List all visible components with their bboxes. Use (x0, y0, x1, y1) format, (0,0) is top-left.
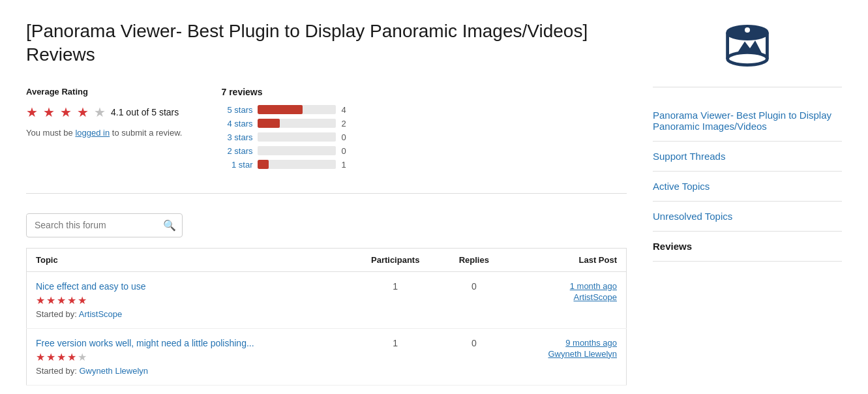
stars-row: ★ ★ ★ ★ ★ 4.1 out of 5 stars (26, 104, 182, 120)
sidebar-link-support[interactable]: Support Threads (653, 142, 842, 171)
bar-row-4: 4 stars 2 (221, 119, 352, 129)
started-by-link-2[interactable]: Gwyneth Llewelyn (80, 366, 149, 376)
star-3: ★ (60, 104, 72, 120)
topic-link-1[interactable]: Nice effect and easy to use (36, 281, 340, 292)
star-5: ★ (94, 104, 106, 120)
bar-row-5: 5 stars 4 (221, 105, 352, 115)
bar-label-2[interactable]: 2 stars (221, 146, 252, 156)
replies-cell-1: 0 (441, 271, 507, 328)
sidebar-link-plugin[interactable]: Panorama Viewer- Best Plugin to Display … (653, 100, 842, 141)
topic-star-1-4: ★ (67, 294, 76, 307)
col-participants: Participants (350, 248, 441, 271)
started-by-1: Started by: ArtistScope (36, 309, 340, 319)
last-post-cell-2: 9 months ago Gwyneth Llewelyn (507, 328, 627, 385)
login-text: You must be logged in to submit a review… (26, 128, 182, 138)
topic-cell-2: Free version works well, might need a li… (27, 328, 350, 385)
started-by-link-1[interactable]: ArtistScope (79, 309, 122, 319)
sidebar-nav: Panorama Viewer- Best Plugin to Display … (653, 100, 842, 262)
topic-link-2[interactable]: Free version works well, might need a li… (36, 338, 340, 348)
bar-label-4[interactable]: 4 stars (221, 119, 252, 129)
bar-row-1: 1 star 1 (221, 160, 352, 170)
started-by-2: Started by: Gwyneth Llewelyn (36, 366, 340, 376)
last-post-user-2[interactable]: Gwyneth Llewelyn (548, 349, 618, 359)
sidebar-link-reviews[interactable]: Reviews (653, 232, 842, 261)
bar-row-3: 3 stars 0 (221, 132, 352, 142)
average-rating: Average Rating ★ ★ ★ ★ ★ 4.1 out of 5 st… (26, 87, 182, 174)
reviews-count: 7 reviews (221, 87, 352, 97)
table-row: Nice effect and easy to use ★ ★ ★ ★ ★ St… (27, 271, 627, 328)
topic-star-1-2: ★ (46, 294, 55, 307)
bar-label-1[interactable]: 1 star (221, 160, 252, 170)
rating-section: Average Rating ★ ★ ★ ★ ★ 4.1 out of 5 st… (26, 87, 627, 194)
sidebar-item-support: Support Threads (653, 142, 842, 172)
col-replies: Replies (441, 248, 507, 271)
participants-cell-2: 1 (350, 328, 441, 385)
col-last-post: Last Post (507, 248, 627, 271)
bar-count-4: 2 (341, 119, 352, 129)
plugin-logo-icon (721, 20, 773, 72)
sidebar-link-unresolved[interactable]: Unresolved Topics (653, 202, 842, 231)
average-rating-label: Average Rating (26, 87, 182, 97)
topic-star-1-3: ★ (57, 294, 66, 307)
bar-fill-5 (258, 105, 302, 114)
bar-track-5 (258, 105, 336, 114)
page-container: [Panorama Viewer- Best Plugin to Display… (0, 0, 868, 394)
bar-fill-1 (258, 160, 269, 169)
bar-label-3[interactable]: 3 stars (221, 132, 252, 142)
search-button[interactable]: 🔍 (157, 214, 183, 237)
topic-star-2-5: ★ (78, 351, 87, 363)
sidebar-item-reviews: Reviews (653, 232, 842, 262)
svg-point-6 (745, 27, 750, 33)
bar-count-3: 0 (341, 132, 352, 142)
sidebar-logo (653, 20, 842, 87)
sidebar-item-unresolved: Unresolved Topics (653, 202, 842, 232)
topic-star-2-1: ★ (36, 351, 45, 363)
bar-fill-4 (258, 119, 280, 128)
star-1: ★ (26, 104, 38, 120)
rating-number: 4.1 out of 5 stars (111, 107, 179, 117)
last-post-time-1[interactable]: 1 month ago (516, 281, 618, 291)
star-4: ★ (77, 104, 89, 120)
bar-label-5[interactable]: 5 stars (221, 105, 252, 115)
last-post-user-1[interactable]: ArtistScope (574, 292, 617, 302)
search-input[interactable] (27, 215, 157, 235)
bar-count-2: 0 (341, 146, 352, 156)
topic-star-2-4: ★ (67, 351, 76, 363)
last-post-cell-1: 1 month ago ArtistScope (507, 271, 627, 328)
col-topic: Topic (27, 248, 350, 271)
participants-cell-1: 1 (350, 271, 441, 328)
bar-row-2: 2 stars 0 (221, 146, 352, 156)
topic-star-1-5: ★ (78, 294, 87, 307)
page-title: [Panorama Viewer- Best Plugin to Display… (26, 20, 627, 67)
search-container: 🔍 (26, 213, 627, 237)
sidebar: Panorama Viewer- Best Plugin to Display … (653, 20, 842, 386)
bar-count-5: 4 (341, 105, 352, 115)
bar-count-1: 1 (341, 160, 352, 170)
login-link[interactable]: logged in (75, 128, 110, 138)
sidebar-link-active[interactable]: Active Topics (653, 172, 842, 201)
replies-cell-2: 0 (441, 328, 507, 385)
last-post-time-2[interactable]: 9 months ago (516, 338, 618, 348)
topic-star-1-1: ★ (36, 294, 45, 307)
sidebar-item-active: Active Topics (653, 172, 842, 202)
table-header-row: Topic Participants Replies Last Post (27, 248, 627, 271)
star-2: ★ (43, 104, 55, 120)
bar-track-3 (258, 132, 336, 142)
sidebar-item-plugin: Panorama Viewer- Best Plugin to Display … (653, 100, 842, 142)
topic-star-2-2: ★ (46, 351, 55, 363)
bar-track-2 (258, 146, 336, 155)
topic-stars-1: ★ ★ ★ ★ ★ (36, 294, 340, 307)
table-row: Free version works well, might need a li… (27, 328, 627, 385)
topic-star-2-3: ★ (57, 351, 66, 363)
topics-table: Topic Participants Replies Last Post Nic… (26, 248, 627, 386)
bar-track-1 (258, 160, 336, 169)
bar-track-4 (258, 119, 336, 128)
svg-marker-4 (737, 40, 762, 53)
bar-chart: 7 reviews 5 stars 4 4 stars 2 3 stars 0 (221, 87, 352, 174)
topic-cell-1: Nice effect and easy to use ★ ★ ★ ★ ★ St… (27, 271, 350, 328)
svg-point-1 (728, 52, 768, 65)
main-content: [Panorama Viewer- Best Plugin to Display… (26, 20, 627, 386)
search-box: 🔍 (26, 213, 183, 237)
topic-stars-2: ★ ★ ★ ★ ★ (36, 351, 340, 363)
